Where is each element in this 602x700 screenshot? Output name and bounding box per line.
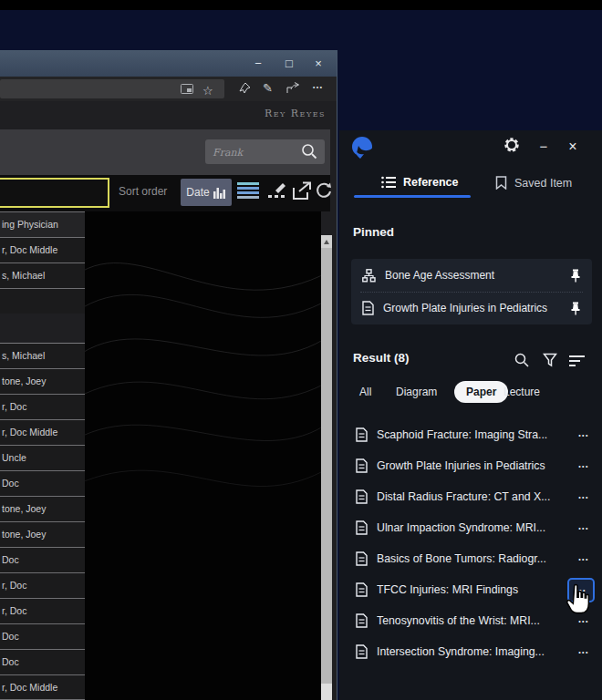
- refresh-icon[interactable]: [316, 181, 332, 200]
- result-item[interactable]: Distal Radius Fracture: CT and X... •••: [339, 483, 602, 510]
- document-icon: [356, 489, 368, 504]
- viewer-scrollbar[interactable]: [321, 235, 332, 700]
- result-item[interactable]: Intersection Syndrome: Imaging... •••: [339, 638, 602, 665]
- browser-maximize-button[interactable]: □: [279, 54, 299, 73]
- result-item[interactable]: Growth Plate Injuries in Pediatrics •••: [339, 452, 602, 479]
- patient-list: ing Physician r, Doc Middle s, Michael s…: [0, 211, 85, 700]
- share-icon[interactable]: [286, 82, 300, 94]
- pinned-item[interactable]: Growth Plate Injuries in Pediatrics: [351, 292, 592, 324]
- chip-lecture[interactable]: Lecture: [503, 381, 540, 403]
- patient-row[interactable]: Doc: [0, 623, 85, 649]
- url-field[interactable]: ☆: [0, 79, 224, 98]
- list-view-icon[interactable]: [237, 181, 261, 201]
- chip-all[interactable]: All: [359, 381, 371, 403]
- more-options-icon[interactable]: •••: [578, 525, 589, 531]
- browser-minimize-button[interactable]: −: [248, 54, 268, 73]
- active-tab-underline: [354, 195, 471, 198]
- tab-reference[interactable]: Reference: [381, 176, 458, 189]
- result-item-title: Tenosynovitis of the Wrist: MRI...: [377, 614, 569, 627]
- patient-row[interactable]: tone, Joey: [0, 496, 85, 521]
- more-options-icon[interactable]: •••: [578, 494, 589, 500]
- filter-chips: All Diagram Paper Lecture: [339, 381, 602, 405]
- result-heading: Result (8): [353, 351, 410, 365]
- more-options-button-focused[interactable]: •••: [567, 578, 595, 602]
- more-options-icon[interactable]: •••: [578, 556, 589, 562]
- more-options-icon[interactable]: •••: [576, 587, 586, 593]
- edit-grid-icon[interactable]: [266, 181, 288, 201]
- bookmark-icon: [495, 176, 507, 190]
- patient-row[interactable]: Doc: [0, 649, 85, 674]
- patient-list-header: ing Physician: [0, 211, 85, 237]
- more-options-icon[interactable]: •••: [578, 649, 589, 655]
- highlighted-field[interactable]: [0, 178, 109, 208]
- patient-row[interactable]: s, Michael: [0, 343, 85, 368]
- patient-row[interactable]: Doc: [0, 547, 85, 572]
- patient-row[interactable]: [0, 288, 85, 314]
- patient-row[interactable]: tone, Joey: [0, 521, 85, 547]
- result-item-title: TFCC Injuries: MRI Findings: [377, 583, 558, 596]
- patient-row[interactable]: s, Michael: [0, 262, 85, 288]
- more-options-icon[interactable]: •••: [578, 463, 589, 469]
- patient-row[interactable]: r, Doc: [0, 598, 85, 623]
- result-item[interactable]: TFCC Injuries: MRI Findings •••: [339, 576, 602, 603]
- chip-diagram[interactable]: Diagram: [396, 381, 437, 403]
- document-icon: [356, 520, 368, 535]
- result-item-title: Intersection Syndrome: Imaging...: [377, 645, 569, 658]
- sort-date-button[interactable]: Date: [181, 179, 232, 206]
- patient-row[interactable]: tone, Joey: [0, 368, 85, 394]
- app-search-toolbar: [0, 129, 330, 175]
- picture-in-picture-icon[interactable]: [181, 84, 193, 94]
- pushpin-icon[interactable]: [570, 269, 581, 283]
- patient-row[interactable]: r, Doc: [0, 394, 85, 419]
- document-icon: [356, 613, 368, 628]
- panel-close-button[interactable]: ×: [563, 138, 583, 156]
- image-viewer: [85, 211, 321, 700]
- desktop: − □ × ☆ ✎ … Rey Reyes: [0, 0, 602, 700]
- bar-chart-icon: [213, 186, 226, 199]
- result-item[interactable]: Tenosynovitis of the Wrist: MRI... •••: [339, 607, 602, 634]
- tab-saved-item-label: Saved Item: [514, 177, 572, 190]
- pin-tab-icon[interactable]: [239, 82, 251, 94]
- search-icon[interactable]: [301, 143, 317, 160]
- patient-row[interactable]: Uncle: [0, 445, 85, 470]
- result-item[interactable]: Scaphoid Fracture: Imaging Stra... •••: [339, 421, 602, 448]
- browser-close-button[interactable]: ×: [308, 54, 328, 73]
- filter-funnel-icon[interactable]: [543, 353, 557, 367]
- export-icon[interactable]: [292, 181, 312, 201]
- reference-panel: − × Reference Saved Item Pinned: [339, 130, 602, 700]
- pen-annotate-icon[interactable]: ✎: [263, 80, 273, 97]
- favorite-star-icon[interactable]: ☆: [202, 83, 213, 99]
- pinned-card: Bone Age Assessment Growth Plate Injurie…: [351, 259, 592, 324]
- pushpin-icon[interactable]: [570, 302, 581, 315]
- tab-saved-item[interactable]: Saved Item: [495, 176, 572, 190]
- browser-menu-icon[interactable]: …: [312, 77, 323, 93]
- settings-gear-icon[interactable]: [503, 137, 524, 155]
- result-item-title: Distal Radius Fracture: CT and X...: [377, 490, 569, 503]
- patient-row[interactable]: r, Doc Middle: [0, 674, 85, 700]
- chip-paper[interactable]: Paper: [454, 381, 508, 403]
- user-label: Rey Reyes: [265, 108, 326, 119]
- browser-titlebar[interactable]: − □ ×: [0, 50, 337, 77]
- panel-minimize-button[interactable]: −: [534, 138, 554, 156]
- hierarchy-icon: [362, 269, 376, 283]
- patient-row[interactable]: r, Doc Middle: [0, 237, 85, 262]
- document-icon: [356, 427, 368, 442]
- sort-order-label: Sort order: [119, 185, 167, 198]
- result-item[interactable]: Basics of Bone Tumors: Radiogr... •••: [339, 545, 602, 572]
- browser-address-bar: ☆ ✎ …: [0, 77, 337, 101]
- patient-row[interactable]: r, Doc Middle: [0, 419, 85, 445]
- browser-window: − □ × ☆ ✎ … Rey Reyes: [0, 50, 337, 700]
- scrollbar-bottom[interactable]: [321, 684, 332, 700]
- top-black-strip: [0, 0, 602, 10]
- result-item[interactable]: Ulnar Impaction Syndrome: MRI... •••: [339, 514, 602, 541]
- scrollbar-up-arrow[interactable]: [321, 235, 332, 248]
- result-search-icon[interactable]: [514, 353, 529, 367]
- result-item-title: Basics of Bone Tumors: Radiogr...: [377, 552, 569, 565]
- pinned-item[interactable]: Bone Age Assessment: [351, 259, 592, 292]
- date-button-label: Date: [186, 186, 209, 199]
- more-options-icon[interactable]: •••: [578, 432, 589, 438]
- more-options-icon[interactable]: •••: [578, 618, 589, 624]
- patient-row[interactable]: r, Doc: [0, 572, 85, 598]
- sort-lines-icon[interactable]: [569, 355, 586, 366]
- patient-row[interactable]: Doc: [0, 470, 85, 496]
